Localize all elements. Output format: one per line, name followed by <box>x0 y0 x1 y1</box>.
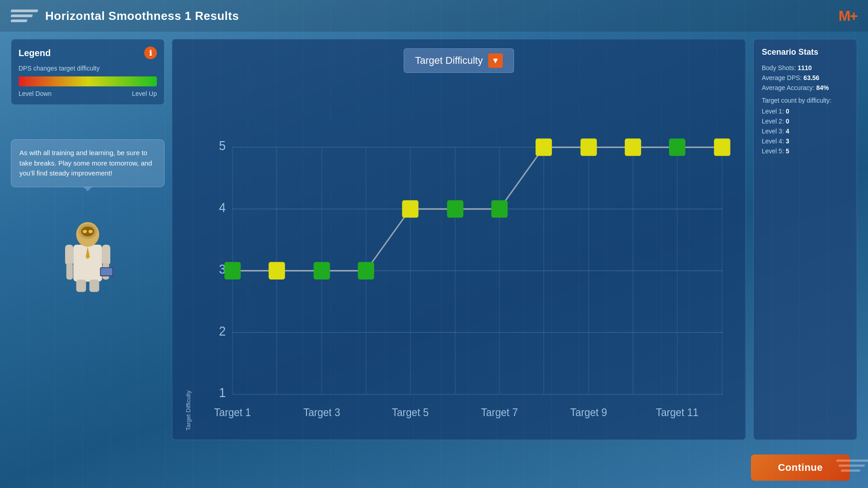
chart-svg: 5 4 3 2 1 Target 1 Target 3 Target 5 Tar… <box>192 82 736 431</box>
legend-title: Legend <box>19 48 51 58</box>
avg-accuracy-row: Average Accuracy: 84% <box>762 84 849 91</box>
svg-rect-46 <box>358 262 374 280</box>
svg-rect-14 <box>90 280 99 292</box>
left-panel: Legend ℹ DPS changes target difficulty L… <box>11 39 165 440</box>
level-5-value: 5 <box>786 147 789 155</box>
body-shots-value: 1110 <box>797 64 811 71</box>
legend-label-left: Level Down <box>19 90 52 97</box>
svg-text:2: 2 <box>219 324 226 338</box>
avg-accuracy-label: Average Accuracy: <box>762 84 814 91</box>
body-shots-row: Body Shots: 1110 <box>762 64 849 71</box>
speech-bubble: As with all training and learning, be su… <box>11 139 165 187</box>
svg-rect-54 <box>714 138 730 156</box>
brand-logo: M+ <box>839 8 857 24</box>
main-content: Legend ℹ DPS changes target difficulty L… <box>0 32 868 447</box>
header: Horizontal Smoothness 1 Results M+ <box>0 0 868 32</box>
svg-text:4: 4 <box>219 200 226 215</box>
stats-panel: Scenario Stats Body Shots: 1110 Average … <box>753 39 857 440</box>
legend-label-right: Level Up <box>132 90 157 97</box>
difficulty-section-title: Target count by difficulty: <box>762 97 849 104</box>
level-5-row: Level 5: 5 <box>762 147 849 155</box>
svg-text:5: 5 <box>219 138 226 153</box>
level-4-value: 3 <box>786 137 789 145</box>
avg-dps-label: Average DPS: <box>762 74 802 81</box>
level-2-value: 0 <box>786 118 789 125</box>
chart-header: Target Difficulty ▼ <box>181 48 736 73</box>
chart-dropdown[interactable]: ▼ <box>488 53 503 68</box>
chart-title-box: Target Difficulty ▼ <box>404 48 514 73</box>
svg-rect-11 <box>101 268 112 275</box>
svg-text:Target 1: Target 1 <box>214 406 251 418</box>
svg-rect-53 <box>669 138 685 156</box>
svg-rect-43 <box>224 262 241 280</box>
chart-title: Target Difficulty <box>415 55 483 66</box>
character-illustration <box>47 204 128 294</box>
svg-text:Target 5: Target 5 <box>392 406 429 418</box>
svg-point-4 <box>83 230 87 233</box>
avg-dps-row: Average DPS: 63.56 <box>762 74 849 81</box>
svg-text:Target 7: Target 7 <box>481 406 518 418</box>
y-axis-label: Target Difficulty <box>181 82 192 431</box>
level-2-label: Level 2: <box>762 118 784 125</box>
logo-lines <box>11 6 38 26</box>
level-1-value: 0 <box>786 108 789 115</box>
level-1-row: Level 1: 0 <box>762 108 849 115</box>
body-shots-label: Body Shots: <box>762 64 796 71</box>
chart-inner: 5 4 3 2 1 Target 1 Target 3 Target 5 Tar… <box>192 82 736 431</box>
svg-text:1: 1 <box>219 385 226 400</box>
avg-accuracy-value: 84% <box>816 84 829 91</box>
svg-rect-47 <box>402 200 418 218</box>
level-3-label: Level 3: <box>762 128 784 135</box>
svg-rect-49 <box>491 200 508 218</box>
legend-header: Legend ℹ <box>19 47 157 59</box>
level-5-label: Level 5: <box>762 147 784 155</box>
chart-container: Target Difficulty <box>181 82 736 431</box>
svg-rect-51 <box>580 138 597 156</box>
footer-decoration <box>832 452 868 479</box>
legend-labels: Level Down Level Up <box>19 90 157 97</box>
legend-box: Legend ℹ DPS changes target difficulty L… <box>11 39 165 105</box>
character-area <box>11 204 165 294</box>
chart-area: Target Difficulty ▼ Target Difficulty <box>172 39 746 440</box>
page-title: Horizontal Smoothness 1 Results <box>45 9 239 23</box>
svg-point-5 <box>89 230 93 233</box>
stats-title: Scenario Stats <box>762 47 849 57</box>
svg-rect-13 <box>76 280 86 292</box>
level-1-label: Level 1: <box>762 108 784 115</box>
svg-text:Target 3: Target 3 <box>303 406 340 418</box>
svg-rect-50 <box>536 138 552 156</box>
speech-text: As with all training and learning, be su… <box>19 148 156 179</box>
level-2-row: Level 2: 0 <box>762 118 849 125</box>
avg-dps-value: 63.56 <box>803 74 819 81</box>
legend-description: DPS changes target difficulty <box>19 65 157 72</box>
level-3-row: Level 3: 4 <box>762 128 849 135</box>
level-4-label: Level 4: <box>762 137 784 145</box>
svg-rect-52 <box>625 138 641 156</box>
svg-text:Target 9: Target 9 <box>570 406 607 418</box>
svg-rect-8 <box>66 263 73 279</box>
svg-rect-6 <box>65 244 73 265</box>
svg-rect-7 <box>102 244 110 265</box>
footer: Continue <box>0 447 868 488</box>
svg-text:Target 11: Target 11 <box>656 406 698 418</box>
level-4-row: Level 4: 3 <box>762 137 849 145</box>
level-3-value: 4 <box>786 128 789 135</box>
svg-rect-45 <box>314 262 330 280</box>
info-icon[interactable]: ℹ <box>144 47 157 59</box>
svg-rect-48 <box>447 200 463 218</box>
color-gradient-bar <box>19 76 157 86</box>
svg-rect-44 <box>269 262 285 280</box>
